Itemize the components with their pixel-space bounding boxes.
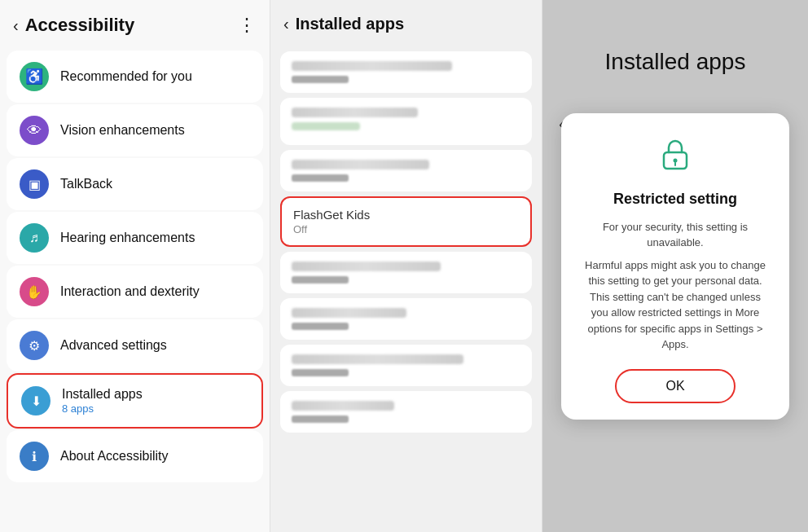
vision-label: Vision enhancements	[60, 123, 185, 138]
vision-text: Vision enhancements	[60, 123, 185, 138]
modal-title: Restricted setting	[613, 191, 737, 208]
app-item[interactable]	[280, 298, 532, 340]
modal-desc1: For your security, this setting is unava…	[581, 219, 770, 251]
app-blur-name	[292, 61, 452, 71]
sidebar-item-installed[interactable]: ⬇ Installed apps 8 apps	[7, 373, 263, 429]
accessibility-panel: ‹ Accessibility ⋮ ♿ Recommended for you …	[0, 0, 270, 532]
installed-back-button[interactable]: ‹	[283, 15, 289, 33]
app-blur-name	[292, 262, 441, 271]
app-blur-sub	[292, 174, 349, 182]
accessibility-title: Accessibility	[25, 15, 135, 36]
talkback-text: TalkBack	[60, 177, 112, 191]
app-item[interactable]	[280, 98, 532, 145]
about-label: About Accessibility	[60, 449, 169, 464]
flashget-kids-status: Off	[293, 223, 519, 235]
interaction-label: Interaction and dexterity	[60, 284, 200, 299]
flashget-kids-name: FlashGet Kids	[293, 208, 519, 222]
interaction-text: Interaction and dexterity	[60, 284, 200, 299]
recommended-label: Recommended for you	[60, 69, 192, 84]
app-item[interactable]	[280, 391, 532, 433]
app-item[interactable]	[280, 51, 532, 93]
accessibility-menu-list: ♿ Recommended for you 👁 Vision enhanceme…	[0, 47, 270, 532]
app-blur-sub	[292, 76, 349, 83]
sidebar-item-hearing[interactable]: ♬ Hearing enhancements	[7, 212, 263, 264]
app-item[interactable]	[280, 345, 532, 386]
installed-sublabel: 8 apps	[62, 402, 143, 415]
about-icon: ℹ	[20, 442, 49, 471]
app-blur-name	[292, 108, 418, 117]
installed-icon: ⬇	[21, 386, 50, 415]
left-header: ‹ Accessibility ⋮	[0, 0, 270, 47]
app-item[interactable]	[280, 252, 532, 293]
hearing-icon: ♬	[20, 223, 49, 253]
lock-icon	[657, 136, 693, 179]
installed-apps-title: Installed apps	[296, 15, 404, 33]
sidebar-item-advanced[interactable]: ⚙ Advanced settings	[7, 319, 263, 372]
vision-icon: 👁	[20, 116, 49, 145]
app-blur-name	[292, 160, 429, 169]
app-blur-name	[292, 401, 394, 411]
advanced-icon: ⚙	[20, 331, 49, 360]
sidebar-item-talkback[interactable]: ▣ TalkBack	[7, 158, 263, 210]
talkback-icon: ▣	[20, 169, 49, 199]
modal-overlay: Restricted setting For your security, th…	[542, 0, 808, 532]
flashget-kids-item[interactable]: FlashGet Kids Off	[280, 196, 532, 247]
app-blur-name	[292, 354, 463, 364]
modal-ok-button[interactable]: OK	[615, 369, 735, 403]
recommended-icon: ♿	[20, 62, 49, 91]
middle-header: ‹ Installed apps	[270, 0, 542, 45]
talkback-label: TalkBack	[60, 177, 112, 191]
installed-apps-panel: ‹ Installed apps FlashGet Kids Off	[270, 0, 542, 532]
sidebar-item-about[interactable]: ℹ About Accessibility	[7, 430, 263, 482]
sidebar-item-recommended[interactable]: ♿ Recommended for you	[7, 51, 263, 103]
accessibility-back-button[interactable]: ‹	[13, 16, 19, 35]
sidebar-item-interaction[interactable]: ✋ Interaction and dexterity	[7, 266, 263, 318]
app-blur-name	[292, 308, 406, 318]
app-blur-sub	[292, 323, 349, 330]
accessibility-menu-dots[interactable]: ⋮	[238, 15, 257, 36]
advanced-label: Advanced settings	[60, 338, 167, 353]
installed-text: Installed apps 8 apps	[62, 387, 143, 415]
sidebar-item-vision[interactable]: 👁 Vision enhancements	[7, 104, 263, 156]
app-blur-sub	[292, 122, 360, 130]
app-blur-sub	[292, 276, 349, 284]
recommended-text: Recommended for you	[60, 69, 192, 84]
right-panel: Installed apps ‹ AirDroid Control Add-on…	[542, 0, 808, 532]
apps-list: FlashGet Kids Off	[270, 45, 542, 532]
installed-label: Installed apps	[62, 387, 143, 402]
hearing-text: Hearing enhancements	[60, 231, 195, 245]
about-text: About Accessibility	[60, 449, 169, 464]
app-blur-sub	[292, 415, 349, 423]
restricted-setting-modal: Restricted setting For your security, th…	[561, 113, 789, 420]
hearing-label: Hearing enhancements	[60, 231, 195, 245]
advanced-text: Advanced settings	[60, 338, 167, 353]
left-header-left: ‹ Accessibility	[13, 15, 134, 36]
app-item[interactable]	[280, 150, 532, 191]
app-blur-sub	[292, 369, 349, 376]
interaction-icon: ✋	[20, 277, 49, 306]
modal-desc2: Harmful apps might ask you to change thi…	[581, 257, 770, 353]
